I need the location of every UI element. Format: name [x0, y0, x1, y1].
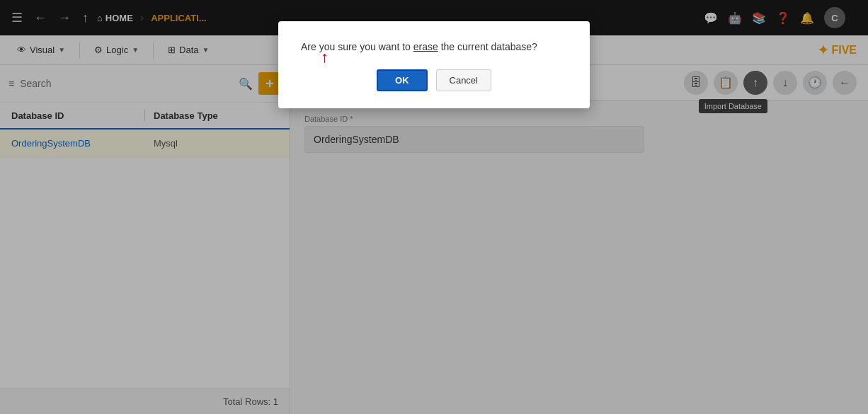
arrow-indicator-icon: ↑ [321, 50, 329, 65]
confirm-dialog: Are you sure you want to erase the curre… [278, 21, 590, 108]
ok-button[interactable]: OK [377, 69, 428, 91]
erase-word: erase [413, 41, 438, 52]
dialog-actions: ↑ OK Cancel [301, 69, 567, 91]
dialog-message: Are you sure you want to erase the curre… [301, 41, 567, 52]
cancel-button[interactable]: Cancel [436, 69, 491, 91]
dialog-overlay: Are you sure you want to erase the curre… [0, 0, 868, 414]
